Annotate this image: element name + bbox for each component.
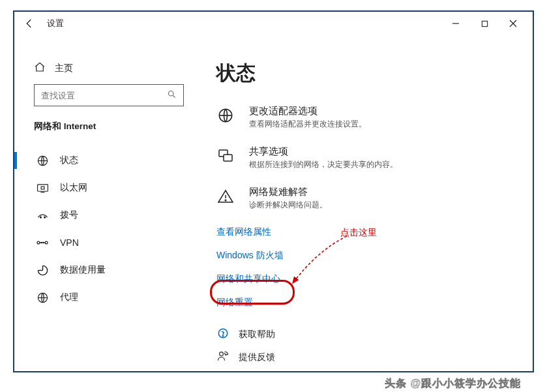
svg-point-13 [45,241,48,244]
search-input[interactable] [41,91,167,100]
option-text: 更改适配器选项 查看网络适配器并更改连接设置。 [249,105,366,130]
feedback-icon [216,350,229,365]
option-title: 网络疑难解答 [249,186,327,198]
close-button[interactable] [499,13,527,34]
option-text: 共享选项 根据所连接到的网络，决定要共享的内容。 [249,145,398,170]
svg-rect-8 [41,187,44,189]
footer-links: 提供反馈 [216,350,520,365]
dialup-icon [35,211,50,220]
settings-window: 设置 主页 [13,10,534,372]
sidebar-item-label: 代理 [60,292,78,303]
svg-rect-22 [224,155,232,161]
link-firewall[interactable]: Windows 防火墙 [216,250,520,262]
search-box[interactable] [34,84,184,106]
sidebar-item-proxy[interactable]: 代理 [34,284,210,311]
link-view-properties[interactable]: 查看网络属性 [216,226,520,238]
svg-point-15 [41,242,42,243]
ethernet-icon [35,183,50,194]
sidebar-item-label: 状态 [60,155,78,166]
adapter-icon [216,106,235,125]
back-icon[interactable] [23,18,35,29]
option-text: 网络疑难解答 诊断并解决网络问题。 [249,186,327,211]
svg-point-4 [169,91,174,96]
minimize-button[interactable] [441,13,470,34]
window-controls [441,13,527,34]
sidebar-nav: 状态 以太网 拨号 V [34,147,210,311]
svg-point-16 [43,242,44,243]
footer-links: 获取帮助 [216,327,520,342]
sidebar-item-label: 拨号 [60,209,78,221]
svg-line-5 [173,95,175,97]
main-panel: 状态 更改适配器选项 查看网络适配器并更改连接设置。 共享选项 根据所连接到的网… [210,35,533,371]
titlebar: 设置 [14,12,533,35]
footer-label: 提供反馈 [239,352,275,363]
link-sharing-center[interactable]: 网络和共享中心 [216,273,520,285]
svg-rect-7 [37,184,48,190]
content: 主页 网络和 Internet 状态 [14,35,533,371]
option-adapter[interactable]: 更改适配器选项 查看网络适配器并更改连接设置。 [216,105,520,130]
sidebar: 主页 网络和 Internet 状态 [14,35,210,371]
titlebar-left: 设置 [23,18,64,29]
proxy-icon [35,292,50,304]
watermark: 头条 @跟小小筱学办公技能 [385,377,521,391]
home-label: 主页 [55,63,73,74]
maximize-button[interactable] [470,13,499,34]
sidebar-home[interactable]: 主页 [34,61,210,75]
footer-label: 获取帮助 [239,329,275,340]
globe-icon [35,155,50,167]
sidebar-item-vpn[interactable]: VPN [34,229,210,256]
sidebar-section-title: 网络和 Internet [34,121,210,132]
option-troubleshoot[interactable]: 网络疑难解答 诊断并解决网络问题。 [216,186,520,211]
sidebar-item-datausage[interactable]: 数据使用量 [34,256,210,284]
sidebar-item-label: VPN [60,237,79,248]
svg-point-11 [44,217,45,218]
option-desc: 根据所连接到的网络，决定要共享的内容。 [249,159,398,170]
sidebar-item-label: 数据使用量 [60,264,106,276]
option-title: 共享选项 [249,145,398,158]
sidebar-item-label: 以太网 [60,182,87,194]
data-usage-icon [35,264,50,277]
footer-help[interactable]: 获取帮助 [216,327,275,342]
svg-point-24 [225,200,226,201]
window-title: 设置 [47,18,64,29]
sidebar-item-ethernet[interactable]: 以太网 [34,174,210,202]
home-icon [34,61,46,75]
sharing-icon [216,147,235,165]
footer-feedback[interactable]: 提供反馈 [216,350,275,365]
svg-point-27 [220,352,224,356]
svg-rect-1 [482,21,487,26]
option-desc: 诊断并解决网络问题。 [249,200,327,211]
svg-point-26 [222,336,223,337]
sidebar-item-dialup[interactable]: 拨号 [34,202,210,229]
svg-point-12 [37,241,40,244]
svg-point-10 [40,217,41,218]
option-title: 更改适配器选项 [249,105,366,117]
option-desc: 查看网络适配器并更改连接设置。 [249,119,366,130]
links-section: 查看网络属性 Windows 防火墙 网络和共享中心 网络重置 [216,226,520,309]
vpn-icon [35,238,50,247]
warning-icon [216,187,235,205]
option-sharing[interactable]: 共享选项 根据所连接到的网络，决定要共享的内容。 [216,145,520,170]
search-icon [167,89,177,102]
page-title: 状态 [216,60,520,87]
link-reset[interactable]: 网络重置 [216,297,520,309]
sidebar-item-status[interactable]: 状态 [34,147,210,174]
help-icon [216,327,229,342]
